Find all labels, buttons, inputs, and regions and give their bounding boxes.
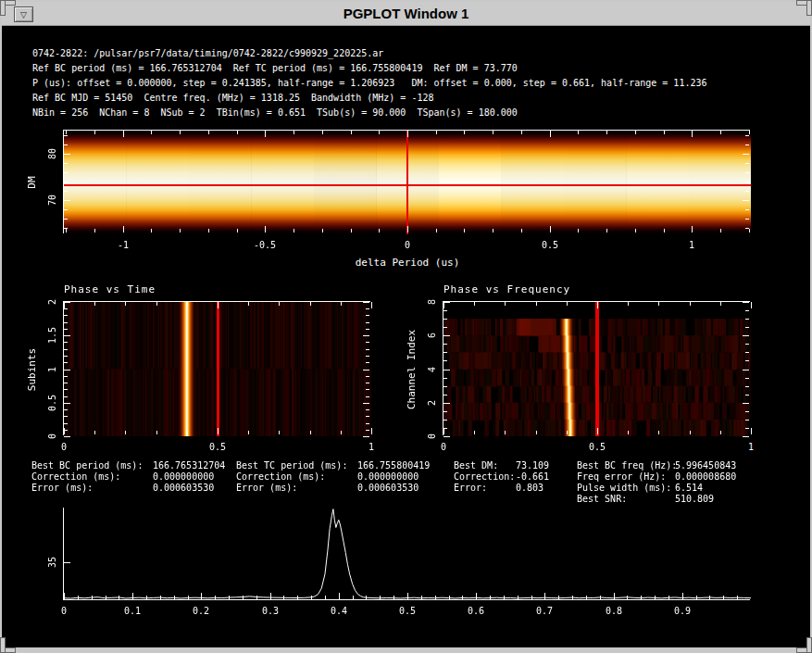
axis-tick [248,302,249,306]
axis-tick [243,596,244,599]
y-tick-label: 0.5 [47,395,57,411]
axis-tick [504,596,505,599]
x-tick-label: 0.3 [262,606,279,616]
axis-tick [658,431,659,434]
y-tick-label: 8 [427,299,437,305]
axis-tick [745,172,749,173]
axis-tick [745,182,749,182]
axis-tick [550,226,551,232]
axis-tick [600,596,601,599]
axis-tick [664,229,665,232]
axis-tick [505,302,506,306]
window-resize-handle-top-right[interactable] [795,0,812,17]
window-resize-handle-bottom-left[interactable] [0,636,17,653]
axis-tick [353,596,354,599]
x-tick-label: 0.6 [468,606,484,616]
axis-tick [745,144,749,145]
axis-tick [743,154,749,155]
axis-tick [363,403,369,404]
axis-tick [64,163,68,164]
axis-tick [749,131,750,134]
axis-tick [64,135,68,136]
axis-tick [443,420,447,421]
axis-tick [394,596,394,599]
axis-tick [658,302,659,306]
axis-tick [237,229,238,232]
axis-tick [146,596,147,599]
result-value: 0.000000000 [153,471,214,482]
plot-title: Phase vs Frequency [443,283,570,295]
window-title: PGPLOT Window 1 [2,6,810,21]
axis-tick [743,200,749,201]
axis-tick [366,423,369,424]
axis-tick [180,229,181,232]
axis-tick [745,395,749,396]
axis-tick [379,229,380,232]
axis-tick [351,131,352,134]
axis-tick [743,335,749,336]
axis-tick [745,352,749,353]
y-tick-label: 1.5 [47,327,57,344]
axis-tick [745,228,749,229]
axis-tick [682,593,683,599]
axis-tick [119,596,119,599]
axis-tick [745,327,749,328]
axis-tick [443,395,447,396]
window-resize-handle-top-left[interactable] [0,0,17,17]
axis-tick [94,431,95,434]
axis-tick [64,209,68,210]
x-tick-label: 0.5 [542,240,558,250]
axis-tick [64,308,68,309]
phase-vs-frequency-heatmap: 00.5102468Phase vs FrequencyChannel Inde… [443,301,750,435]
axis-tick [443,352,447,353]
result-value: -0.661 [516,471,549,482]
axis-tick [64,335,70,336]
x-tick-label: 0.7 [536,606,553,616]
axis-tick [310,431,311,434]
axis-tick [237,131,238,134]
axis-tick [64,172,68,173]
axis-tick [64,191,68,192]
axis-tick [123,131,124,137]
axis-tick [64,349,68,350]
axis-tick [443,386,447,387]
axis-tick [435,596,436,599]
axis-tick [64,144,68,145]
x-axis-label: delta Period (us) [356,257,460,269]
axis-tick [443,327,447,328]
axis-tick [371,302,372,308]
axis-tick [614,593,615,599]
y-tick-label: 2 [47,299,57,305]
window-resize-handle-bottom-right[interactable] [795,636,812,653]
axis-tick [366,322,369,323]
axis-tick [743,302,749,303]
axis-tick [578,131,579,134]
axis-tick [363,436,369,437]
result-label: Best BC period (ms): [31,460,143,471]
axis-tick [201,593,202,599]
axis-tick [64,593,65,599]
axis-tick [64,302,65,308]
axis-tick [720,302,721,306]
titlebar[interactable]: ▽ PGPLOT Window 1 [2,2,810,26]
axis-tick [745,209,749,210]
axis-tick [208,131,209,134]
axis-tick [407,226,408,232]
pulse-profile-plot: 00.10.20.30.40.50.60.70.80.935 [63,508,750,600]
axis-tick [443,310,447,311]
result-value: 0.000008680 [675,471,736,482]
axis-tick [64,302,70,303]
x-tick-label: 0 [405,240,410,250]
axis-tick [363,370,369,370]
result-value: 73.109 [516,460,549,471]
axis-tick [443,411,447,412]
result-label: Best SNR: [577,494,627,504]
y-tick-label: 70 [47,195,57,206]
result-value: 510.809 [675,494,714,504]
plot-title: Phase vs Time [64,283,156,295]
axis-tick [627,596,628,599]
result-label: Correction: [454,471,515,482]
axis-tick [64,228,68,229]
axis-tick [464,131,465,134]
axis-tick [462,596,463,599]
